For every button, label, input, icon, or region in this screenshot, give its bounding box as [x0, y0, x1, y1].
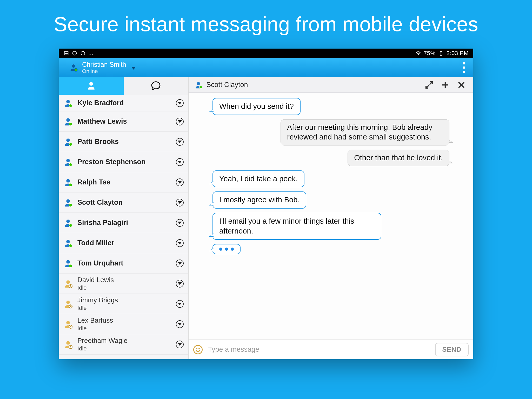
close-button[interactable]: [455, 79, 468, 91]
current-user-status: Online: [82, 68, 126, 74]
person-idle-icon: [63, 279, 73, 288]
contact-row[interactable]: Preston Stephenson: [59, 152, 188, 172]
sidebar: Kyle BradfordMatthew LewisPatti BrooksPr…: [59, 77, 189, 359]
emoji-button[interactable]: [193, 345, 203, 354]
person-online-icon: [63, 238, 73, 248]
contact-menu-button[interactable]: [176, 219, 184, 227]
message-incoming: When did you send it?: [212, 98, 301, 115]
person-online-icon: [63, 218, 73, 228]
sidebar-tabs: [59, 77, 188, 95]
svg-point-8: [69, 143, 72, 146]
contact-row[interactable]: Preetham WagleIdle: [59, 334, 188, 355]
chat-pane: Scott Clayton When did you send it?After…: [189, 77, 473, 359]
person-online-icon: [63, 198, 73, 207]
tab-contacts[interactable]: [59, 77, 124, 95]
svg-point-10: [69, 163, 72, 166]
svg-point-21: [66, 280, 70, 284]
send-button[interactable]: SEND: [435, 343, 469, 356]
message-outgoing: Other than that he loved it.: [348, 150, 449, 166]
contact-menu-button[interactable]: [176, 320, 184, 328]
device-frame: ... 75% 2:03 PM Christian Smith Online: [59, 49, 473, 359]
contact-row[interactable]: Kyle Bradford: [59, 95, 188, 111]
contact-menu-button[interactable]: [176, 118, 184, 125]
contact-row[interactable]: Todd Miller: [59, 233, 188, 253]
contact-menu-button[interactable]: [176, 178, 184, 186]
contact-menu-button[interactable]: [176, 138, 184, 146]
svg-point-3: [66, 100, 70, 103]
battery-icon: [438, 50, 444, 56]
sync1-icon: [72, 50, 77, 56]
contact-name: Lex Barfuss: [77, 317, 176, 324]
typing-row: [197, 244, 465, 254]
contact-name: Jimmy Briggs: [77, 296, 176, 304]
contact-menu-button[interactable]: [176, 280, 184, 288]
contact-row[interactable]: Patti Brooks: [59, 132, 188, 152]
svg-point-13: [66, 199, 70, 203]
svg-point-2: [89, 82, 93, 86]
svg-point-16: [69, 224, 72, 227]
typing-dots-icon: [219, 248, 234, 251]
contact-menu-button[interactable]: [176, 158, 184, 166]
person-online-icon: [63, 98, 73, 108]
contact-row[interactable]: Matthew Lewis: [59, 111, 188, 132]
svg-point-1: [75, 69, 77, 71]
chat-icon: [151, 81, 161, 91]
page-title: Secure instant messaging from mobile dev…: [0, 12, 532, 36]
current-user-dropdown[interactable]: Christian Smith Online: [82, 61, 126, 75]
picture-icon: [63, 50, 69, 56]
chat-avatar-icon: [194, 81, 203, 89]
svg-point-7: [66, 138, 70, 142]
contact-row[interactable]: David LewisIdle: [59, 274, 188, 294]
svg-point-30: [199, 86, 202, 89]
person-idle-icon: [63, 320, 73, 329]
contact-menu-button[interactable]: [176, 99, 184, 107]
svg-point-17: [66, 240, 70, 243]
contact-name: Kyle Bradford: [77, 99, 176, 107]
svg-point-9: [66, 159, 70, 162]
tab-chats[interactable]: [124, 77, 189, 95]
typing-indicator: [212, 244, 241, 254]
contact-menu-button[interactable]: [176, 341, 184, 348]
svg-point-4: [69, 104, 72, 107]
message-row: I mostly agree with Bob.: [197, 191, 465, 209]
contact-menu-button[interactable]: [176, 239, 184, 247]
contact-name: Matthew Lewis: [77, 117, 176, 125]
svg-point-15: [66, 220, 70, 223]
contact-row[interactable]: Sirisha Palagiri: [59, 213, 188, 233]
svg-point-12: [69, 183, 72, 186]
status-time: 2:03 PM: [447, 50, 469, 57]
contact-name: David Lewis: [77, 276, 176, 284]
contact-row[interactable]: Ralph Tse: [59, 172, 188, 192]
contact-row[interactable]: Lex BarfussIdle: [59, 314, 188, 334]
contact-menu-button[interactable]: [176, 260, 184, 267]
add-button[interactable]: [439, 79, 451, 91]
contact-menu-button[interactable]: [176, 300, 184, 308]
contacts-icon: [86, 81, 96, 91]
chat-header: Scott Clayton: [189, 77, 473, 93]
contact-name: Preetham Wagle: [77, 337, 176, 345]
contact-name: Todd Miller: [77, 239, 176, 247]
app-header: Christian Smith Online: [59, 58, 473, 77]
person-idle-icon: [63, 299, 73, 309]
expand-button[interactable]: [423, 79, 435, 91]
svg-point-5: [66, 118, 70, 122]
person-idle-icon: [63, 340, 73, 349]
message-incoming: I'll email you a few minor things later …: [212, 213, 381, 240]
contact-name: Sirisha Palagiri: [77, 219, 176, 227]
contact-row[interactable]: Scott Clayton: [59, 192, 188, 213]
contact-status: Idle: [77, 305, 176, 311]
current-user-avatar-icon: [69, 63, 78, 72]
contact-menu-button[interactable]: [176, 199, 184, 207]
status-bar: ... 75% 2:03 PM: [59, 49, 473, 58]
message-row: After our meeting this morning. Bob alre…: [197, 119, 465, 145]
contact-row[interactable]: Tom Urquhart: [59, 253, 188, 274]
message-row: Other than that he loved it.: [197, 150, 465, 166]
contact-row[interactable]: Jimmy BriggsIdle: [59, 294, 188, 314]
status-more: ...: [88, 50, 94, 57]
message-incoming: Yeah, I did take a peek.: [212, 170, 304, 188]
composer: SEND: [189, 340, 473, 359]
contact-status: Idle: [77, 345, 176, 352]
message-input[interactable]: [207, 345, 430, 354]
overflow-menu-button[interactable]: [462, 62, 466, 73]
svg-point-14: [69, 203, 72, 207]
